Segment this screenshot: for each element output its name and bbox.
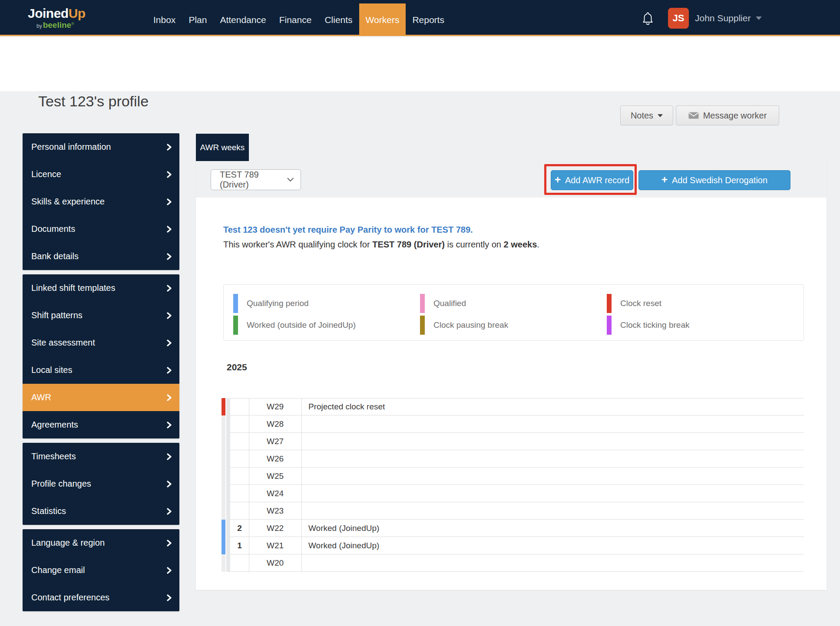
sidebar-item-label: Shift patterns: [31, 310, 83, 320]
awr-weeks-panel: TEST 789 (Driver) + Add AWR record + Add…: [196, 161, 827, 590]
message-worker-button[interactable]: Message worker: [676, 105, 779, 125]
sidebar-item[interactable]: Language & region: [23, 529, 179, 557]
sidebar-group-records: Timesheets Profile changes Statistics: [23, 443, 179, 525]
week-status-bar: [222, 398, 225, 415]
clock-weeks: 2 weeks: [504, 240, 537, 249]
week-label: W29: [249, 398, 301, 415]
nav-item[interactable]: Workers: [359, 3, 406, 36]
week-status-bar: [222, 450, 225, 468]
week-row: W29 Projected clock reset: [222, 398, 804, 415]
sidebar-item-label: Licence: [31, 169, 61, 179]
logo-wordmark: JoinedUp: [28, 7, 86, 20]
sidebar-item[interactable]: Timesheets: [23, 443, 179, 470]
week-status-bar: [222, 468, 225, 485]
tab-awr-weeks[interactable]: AWR weeks: [196, 134, 249, 161]
add-swedish-derogation-button[interactable]: + Add Swedish Derogation: [638, 170, 790, 190]
add-swedish-derogation-label: Add Swedish Derogation: [672, 175, 767, 185]
week-row: W20: [222, 554, 804, 572]
nav-item[interactable]: Reports: [406, 3, 451, 36]
sidebar-item[interactable]: Site assessment: [23, 329, 179, 356]
week-label: W26: [249, 450, 301, 468]
week-description: Projected clock reset: [301, 398, 804, 415]
sidebar-item[interactable]: Local sites: [23, 356, 179, 384]
week-row: W25: [222, 468, 804, 485]
sidebar-item-label: Skills & experience: [31, 197, 105, 207]
nav-item-label: Clients: [324, 15, 352, 25]
top-navbar: JoinedUp bybeeline® Inbox Plan Attendanc…: [0, 0, 840, 36]
logo-up: Up: [69, 6, 86, 20]
chevron-right-icon: [167, 540, 172, 547]
notes-button[interactable]: Notes: [620, 105, 673, 125]
legend-item: Clock ticking break: [607, 314, 794, 336]
chevron-right-icon: [167, 594, 172, 601]
chevron-right-icon: [167, 339, 172, 346]
week-label: W28: [249, 415, 301, 433]
sidebar-item[interactable]: Licence: [23, 161, 179, 188]
chevron-right-icon: [167, 394, 172, 401]
week-label: W25: [249, 468, 301, 485]
sidebar-item[interactable]: AWR: [23, 384, 179, 411]
navbar-right: JS John Supplier: [642, 0, 762, 36]
sidebar-item[interactable]: Shift patterns: [23, 302, 179, 329]
chevron-right-icon: [167, 285, 172, 292]
joinedup-logo[interactable]: JoinedUp bybeeline®: [28, 7, 86, 30]
add-awr-record-button[interactable]: + Add AWR record: [551, 170, 633, 190]
sidebar-item[interactable]: Bank details: [23, 243, 179, 270]
chevron-down-icon: [756, 16, 762, 20]
week-label: W24: [249, 485, 301, 502]
chevron-right-icon: [167, 567, 172, 574]
week-row: W26: [222, 450, 804, 468]
sidebar-item-label: AWR: [31, 392, 51, 402]
legend-item: Qualifying period: [233, 293, 420, 314]
nav-item[interactable]: Inbox: [147, 3, 182, 36]
envelope-icon: [688, 112, 699, 119]
legend-label: Clock reset: [620, 299, 661, 308]
notifications-bell-icon[interactable]: [642, 12, 654, 25]
plus-icon: +: [661, 175, 668, 185]
sidebar-item-label: Agreements: [31, 420, 78, 430]
page-title: Test 123's profile: [38, 93, 149, 110]
legend-color-swatch: [420, 294, 425, 313]
sidebar-item-label: Timesheets: [31, 451, 76, 461]
sidebar-item-label: Profile changes: [31, 479, 91, 489]
sidebar-item-label: Personal information: [31, 142, 111, 152]
week-row: 1 W21 Worked (JoinedUp): [222, 537, 804, 554]
chevron-right-icon: [167, 453, 172, 460]
week-description: Worked (JoinedUp): [301, 520, 804, 537]
nav-item[interactable]: Finance: [273, 3, 318, 36]
user-avatar[interactable]: JS: [668, 8, 689, 29]
chevron-right-icon: [167, 481, 172, 488]
week-status-bar: [222, 537, 225, 554]
clock-text: .: [537, 240, 539, 249]
sidebar-item[interactable]: Profile changes: [23, 470, 179, 498]
sidebar-item[interactable]: Statistics: [23, 498, 179, 525]
user-menu[interactable]: John Supplier: [695, 13, 751, 23]
chevron-right-icon: [167, 171, 172, 178]
sidebar-group-work: Linked shift templates Shift patterns Si…: [23, 274, 179, 438]
nav-item-label: Finance: [279, 15, 312, 25]
client-select[interactable]: TEST 789 (Driver): [211, 169, 301, 190]
pay-parity-notice: Test 123 doesn't yet require Pay Parity …: [223, 225, 473, 235]
logo-registered-mark: ®: [71, 22, 74, 26]
nav-item-label: Inbox: [153, 15, 175, 25]
sidebar-item[interactable]: Contact preferences: [23, 584, 179, 611]
chevron-right-icon: [167, 312, 172, 319]
sidebar-item-label: Statistics: [31, 506, 66, 516]
legend-item: Clock pausing break: [420, 314, 607, 336]
nav-item[interactable]: Attendance: [213, 3, 272, 36]
sidebar-item[interactable]: Change email: [23, 557, 179, 584]
sidebar-item[interactable]: Linked shift templates: [23, 274, 179, 302]
sidebar-item[interactable]: Personal information: [23, 133, 179, 161]
sidebar-item[interactable]: Documents: [23, 215, 179, 243]
sidebar-item[interactable]: Skills & experience: [23, 188, 179, 215]
chevron-right-icon: [167, 198, 172, 205]
sidebar-group-settings: Language & region Change email Contact p…: [23, 529, 179, 611]
week-row: W27: [222, 433, 804, 450]
week-row: W24: [222, 485, 804, 502]
nav-item-label: Plan: [189, 15, 207, 25]
sidebar-item[interactable]: Agreements: [23, 411, 179, 438]
nav-item[interactable]: Plan: [182, 3, 213, 36]
legend-label: Worked (outside of JoinedUp): [247, 320, 356, 330]
nav-item[interactable]: Clients: [318, 3, 359, 36]
logo-by: by: [36, 23, 42, 29]
